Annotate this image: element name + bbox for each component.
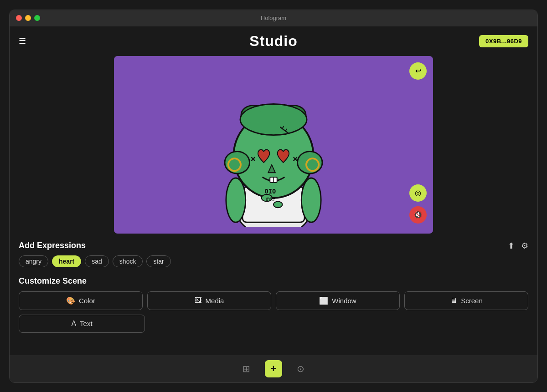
- mute-button[interactable]: 🔇: [409, 206, 427, 224]
- expression-tag-heart[interactable]: heart: [52, 255, 81, 267]
- traffic-lights: [16, 15, 40, 21]
- scene-buttons-grid: 🎨 Color 🖼 Media ⬜ Window 🖥 Screen: [19, 291, 528, 310]
- header: ☰ Studio 0X9B...96D9: [10, 26, 537, 56]
- color-button[interactable]: 🎨 Color: [19, 291, 143, 310]
- app-window: Hologram ☰ Studio 0X9B...96D9: [9, 10, 538, 383]
- text-label: Text: [80, 320, 93, 327]
- avatar-image: OIO ###: [210, 63, 337, 227]
- text-icon: A: [71, 320, 76, 328]
- add-button[interactable]: +: [265, 360, 282, 377]
- maximize-button[interactable]: [34, 15, 40, 21]
- avatar-canvas: OIO ### ↩ ◎ 🔇: [114, 56, 433, 234]
- color-label: Color: [79, 297, 95, 305]
- window-icon: ⬜: [319, 296, 328, 305]
- controls-area: Add Expressions ⬆ ⚙ angry heart sad shoc…: [19, 234, 528, 333]
- settings-icon[interactable]: ⚙: [521, 241, 528, 251]
- window-button[interactable]: ⬜ Window: [276, 291, 400, 310]
- expression-tag-star[interactable]: star: [146, 255, 170, 267]
- expressions-title: Add Expressions: [19, 241, 86, 250]
- screen-icon: 🖥: [450, 296, 457, 305]
- customize-title: Customize Scene: [19, 276, 528, 286]
- bottom-bar: ⊞ + ⊙: [10, 355, 537, 382]
- window-title: Hologram: [261, 15, 286, 21]
- share-icon[interactable]: ⬆: [508, 241, 515, 251]
- hamburger-icon[interactable]: ☰: [19, 36, 26, 46]
- focus-icon: ◎: [415, 188, 421, 197]
- expression-tag-angry[interactable]: angry: [19, 255, 48, 267]
- undo-icon: ↩: [415, 66, 421, 75]
- mute-icon: 🔇: [413, 210, 423, 219]
- media-button[interactable]: 🖼 Media: [147, 291, 271, 310]
- text-btn-row: A Text: [19, 315, 528, 333]
- expression-tag-shock[interactable]: shock: [113, 255, 143, 267]
- grid-icon[interactable]: ⊞: [243, 363, 250, 374]
- main-content: OIO ### ↩ ◎ 🔇: [10, 56, 537, 355]
- camera-icon[interactable]: ⊙: [297, 363, 304, 374]
- svg-point-2: [226, 178, 246, 222]
- app-body: ☰ Studio 0X9B...96D9: [10, 26, 537, 382]
- title-bar: Hologram: [10, 10, 537, 26]
- svg-point-11: [244, 109, 263, 123]
- close-button[interactable]: [16, 15, 22, 21]
- color-icon: 🎨: [66, 296, 75, 305]
- avatar-container: OIO ### ↩ ◎ 🔇: [114, 56, 433, 234]
- screen-button[interactable]: 🖥 Screen: [404, 291, 528, 310]
- window-label: Window: [332, 297, 356, 305]
- svg-text:###: ###: [265, 196, 275, 202]
- undo-button[interactable]: ↩: [409, 62, 427, 80]
- svg-point-12: [284, 109, 303, 123]
- media-label: Media: [206, 297, 224, 305]
- wallet-badge[interactable]: 0X9B...96D9: [479, 35, 528, 47]
- svg-point-26: [274, 201, 282, 208]
- focus-button[interactable]: ◎: [409, 184, 427, 202]
- header-icons: ⬆ ⚙: [508, 241, 528, 251]
- expression-tag-sad[interactable]: sad: [85, 255, 109, 267]
- svg-point-3: [301, 178, 321, 222]
- screen-label: Screen: [461, 297, 483, 305]
- expressions-row: angry heart sad shock star: [19, 255, 528, 267]
- svg-text:OIO: OIO: [265, 188, 276, 195]
- minimize-button[interactable]: [25, 15, 31, 21]
- expressions-header-row: Add Expressions ⬆ ⚙: [19, 241, 528, 251]
- text-button[interactable]: A Text: [19, 315, 145, 333]
- media-icon: 🖼: [195, 296, 202, 305]
- studio-title: Studio: [249, 33, 298, 50]
